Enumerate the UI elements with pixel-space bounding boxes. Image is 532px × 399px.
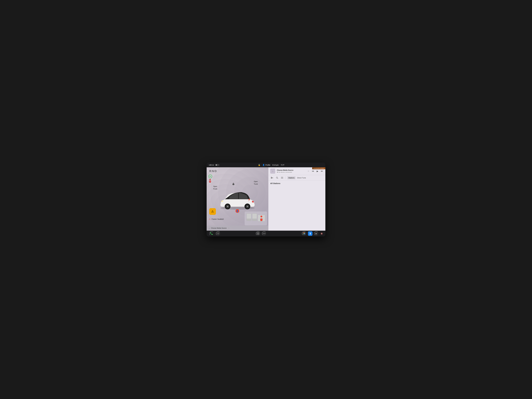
range-display: 148 mi bbox=[209, 164, 214, 166]
main-content: RND ED OpenFrunk bbox=[207, 167, 325, 231]
svg-rect-13 bbox=[252, 219, 257, 221]
prev-button[interactable]: ⏮ bbox=[311, 169, 315, 173]
profile-icon: 👤 bbox=[262, 164, 265, 166]
svg-rect-24 bbox=[257, 233, 259, 234]
taskbar-center bbox=[256, 231, 266, 236]
dots-button[interactable] bbox=[262, 231, 266, 236]
play-taskbar-button[interactable]: ▶ bbox=[314, 231, 318, 236]
play-taskbar-icon: ▶ bbox=[316, 233, 317, 234]
svg-rect-17 bbox=[271, 177, 273, 177]
car-image bbox=[216, 188, 259, 211]
svg-point-27 bbox=[264, 233, 264, 234]
open-trunk-button[interactable]: OpenTrunk bbox=[254, 180, 258, 185]
phone-button[interactable] bbox=[209, 231, 214, 236]
svg-point-28 bbox=[265, 233, 265, 234]
svg-point-30 bbox=[304, 233, 305, 233]
music-note: ♪ bbox=[272, 170, 273, 172]
svg-rect-16 bbox=[271, 177, 272, 179]
profile-label: Profile bbox=[266, 164, 270, 166]
svg-rect-12 bbox=[252, 214, 257, 219]
play-button[interactable]: ▶ bbox=[316, 169, 319, 173]
toolbar-divider bbox=[285, 176, 285, 179]
bluetooth-button[interactable] bbox=[308, 231, 312, 236]
svg-rect-18 bbox=[271, 178, 273, 178]
right-panel: PASSENGER AIRWAY ♪ Choose Media Source ✱… bbox=[268, 167, 325, 231]
gear-indicator: RND bbox=[209, 169, 217, 173]
bottom-media-arrow: ↑ bbox=[228, 227, 229, 229]
gear-text: RND bbox=[209, 169, 217, 173]
search-button[interactable] bbox=[275, 176, 279, 179]
svg-rect-11 bbox=[247, 219, 251, 221]
regen-indicator: ED bbox=[209, 175, 212, 178]
music-note-icon: ♪ bbox=[209, 227, 210, 229]
seatbelt-warning: ⚠ Fasten Seatbelt bbox=[209, 218, 224, 220]
bottom-media-text: Choose Media Source bbox=[211, 227, 227, 229]
passenger-badge-text: PASSENGER AIRWAY bbox=[313, 168, 324, 169]
volume-icon[interactable]: 🔇 bbox=[321, 233, 323, 234]
svg-point-9 bbox=[247, 206, 248, 207]
car-lock-icon bbox=[232, 183, 235, 186]
svg-point-6 bbox=[227, 206, 228, 207]
camera-button[interactable] bbox=[216, 231, 220, 236]
seatbelt-top-icon bbox=[208, 179, 212, 184]
seat-occupant-icon: 👤 bbox=[235, 209, 239, 213]
svg-point-0 bbox=[209, 179, 211, 180]
media-controls: ☆ ⏮ ▶ ⏭ bbox=[307, 169, 323, 173]
svg-rect-25 bbox=[257, 234, 259, 234]
seatbelt-warn-icon: ⚠ bbox=[209, 218, 211, 220]
status-left: 148 mi bbox=[209, 164, 219, 166]
svg-point-26 bbox=[263, 233, 264, 234]
svg-point-29 bbox=[303, 233, 304, 233]
status-time: 8:14 pm bbox=[272, 164, 279, 166]
warning-button[interactable]: ⚠ bbox=[209, 208, 216, 215]
svg-rect-2 bbox=[233, 184, 234, 185]
regen-label: ED bbox=[209, 176, 211, 177]
status-bar: 148 mi 🔓 👤 Profile 8:14 pm 71°F bbox=[207, 163, 325, 167]
media-info: Choose Media Source ✱ No device connecte… bbox=[277, 169, 305, 173]
music-source-icon: ♪ bbox=[270, 169, 275, 174]
stations-content: All Stations bbox=[268, 181, 325, 231]
next-button[interactable]: ⏭ bbox=[320, 169, 323, 173]
stations-tab[interactable]: Stations bbox=[287, 176, 296, 179]
list-view-button[interactable] bbox=[280, 176, 284, 179]
passenger-badge: PASSENGER AIRWAY bbox=[312, 167, 325, 169]
taskbar: ▶ 🔇 bbox=[207, 231, 325, 236]
svg-rect-10 bbox=[247, 214, 251, 219]
tab-buttons: Stations Direct Tune bbox=[287, 176, 307, 179]
profile-section[interactable]: 👤 Profile bbox=[262, 164, 270, 166]
media-source-title: Choose Media Source bbox=[277, 169, 305, 171]
status-temperature: 71°F bbox=[281, 164, 285, 166]
color-grid-button[interactable] bbox=[302, 231, 306, 236]
svg-rect-23 bbox=[257, 233, 259, 233]
open-trunk-label: OpenTrunk bbox=[254, 181, 258, 185]
left-panel: RND ED OpenFrunk bbox=[207, 167, 268, 231]
svg-point-22 bbox=[218, 233, 218, 234]
equalizer-icon-button[interactable] bbox=[270, 176, 274, 179]
media-source-subtitle: ✱ No device connected bbox=[277, 171, 305, 173]
bottom-media-bar[interactable]: ♪ Choose Media Source ↑ bbox=[207, 226, 268, 231]
lock-icon[interactable]: 🔓 bbox=[258, 164, 260, 166]
svg-point-32 bbox=[304, 233, 305, 234]
all-stations-heading: All Stations bbox=[270, 182, 323, 184]
svg-point-31 bbox=[303, 234, 304, 234]
seatbelt-warn-text: Fasten Seatbelt bbox=[212, 218, 224, 220]
seat-diagram bbox=[245, 211, 267, 225]
battery-icon bbox=[215, 164, 219, 166]
svg-point-15 bbox=[260, 215, 262, 217]
favorite-button[interactable]: ☆ bbox=[307, 169, 310, 173]
menu-button[interactable] bbox=[256, 231, 260, 236]
media-toolbar: Stations Direct Tune bbox=[268, 175, 325, 181]
taskbar-left bbox=[209, 231, 220, 236]
taskbar-right: ▶ 🔇 bbox=[302, 231, 323, 236]
tesla-screen: 148 mi 🔓 👤 Profile 8:14 pm 71°F bbox=[207, 163, 325, 236]
status-center: 🔓 👤 Profile 8:14 pm 71°F bbox=[258, 164, 284, 166]
direct-tune-tab[interactable]: Direct Tune bbox=[296, 176, 307, 179]
